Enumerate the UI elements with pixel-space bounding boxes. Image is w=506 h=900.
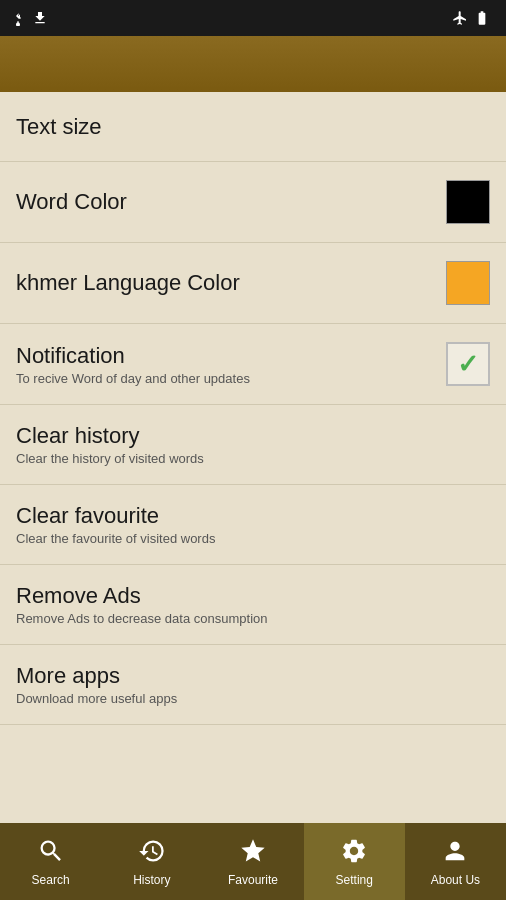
nav-label-setting: Setting (336, 873, 373, 887)
setting-text-khmer-language-color: khmer Language Color (16, 270, 446, 296)
usb-icon (10, 10, 26, 26)
settings-content: Text size Word Color khmer Language Colo… (0, 92, 506, 725)
nav-label-history: History (133, 873, 170, 887)
setting-subtitle-clear-favourite: Clear the favourite of visited words (16, 531, 490, 546)
setting-text-text-size: Text size (16, 114, 490, 140)
search-icon (37, 837, 65, 869)
setting-text-more-apps: More apps Download more useful apps (16, 663, 490, 706)
setting-title-clear-history: Clear history (16, 423, 490, 449)
setting-title-word-color: Word Color (16, 189, 446, 215)
setting-item-clear-favourite[interactable]: Clear favourite Clear the favourite of v… (0, 485, 506, 565)
setting-item-remove-ads[interactable]: Remove Ads Remove Ads to decrease data c… (0, 565, 506, 645)
setting-item-clear-history[interactable]: Clear history Clear the history of visit… (0, 405, 506, 485)
setting-title-khmer-language-color: khmer Language Color (16, 270, 446, 296)
setting-title-text-size: Text size (16, 114, 490, 140)
color-swatch-khmer-language-color[interactable] (446, 261, 490, 305)
setting-title-remove-ads: Remove Ads (16, 583, 490, 609)
bottom-nav: Search History Favourite Setting About U… (0, 823, 506, 900)
setting-title-notification: Notification (16, 343, 446, 369)
setting-subtitle-more-apps: Download more useful apps (16, 691, 490, 706)
battery-icon (474, 10, 490, 26)
history-icon (138, 837, 166, 869)
settings-icon (340, 837, 368, 869)
setting-item-more-apps[interactable]: More apps Download more useful apps (0, 645, 506, 725)
checkmark-icon: ✓ (457, 349, 479, 380)
setting-item-word-color[interactable]: Word Color (0, 162, 506, 243)
status-right-icons (452, 10, 496, 26)
setting-subtitle-notification: To recive Word of day and other updates (16, 371, 446, 386)
setting-item-notification[interactable]: Notification To recive Word of day and o… (0, 324, 506, 405)
person-icon (441, 837, 469, 869)
setting-title-clear-favourite: Clear favourite (16, 503, 490, 529)
setting-text-word-color: Word Color (16, 189, 446, 215)
setting-title-more-apps: More apps (16, 663, 490, 689)
color-swatch-word-color[interactable] (446, 180, 490, 224)
setting-text-remove-ads: Remove Ads Remove Ads to decrease data c… (16, 583, 490, 626)
status-left-icons (10, 10, 48, 26)
app-header (0, 36, 506, 92)
setting-item-khmer-language-color[interactable]: khmer Language Color (0, 243, 506, 324)
setting-item-text-size[interactable]: Text size (0, 92, 506, 162)
download-icon (32, 10, 48, 26)
nav-label-about-us: About Us (431, 873, 480, 887)
nav-item-history[interactable]: History (101, 823, 202, 900)
airplane-icon (452, 10, 468, 26)
nav-item-favourite[interactable]: Favourite (202, 823, 303, 900)
setting-text-clear-history: Clear history Clear the history of visit… (16, 423, 490, 466)
setting-text-notification: Notification To recive Word of day and o… (16, 343, 446, 386)
nav-item-setting[interactable]: Setting (304, 823, 405, 900)
nav-item-about-us[interactable]: About Us (405, 823, 506, 900)
nav-item-search[interactable]: Search (0, 823, 101, 900)
nav-label-search: Search (32, 873, 70, 887)
star-icon (239, 837, 267, 869)
checkbox-notification[interactable]: ✓ (446, 342, 490, 386)
setting-text-clear-favourite: Clear favourite Clear the favourite of v… (16, 503, 490, 546)
setting-subtitle-clear-history: Clear the history of visited words (16, 451, 490, 466)
nav-label-favourite: Favourite (228, 873, 278, 887)
setting-subtitle-remove-ads: Remove Ads to decrease data consumption (16, 611, 490, 626)
status-bar (0, 0, 506, 36)
